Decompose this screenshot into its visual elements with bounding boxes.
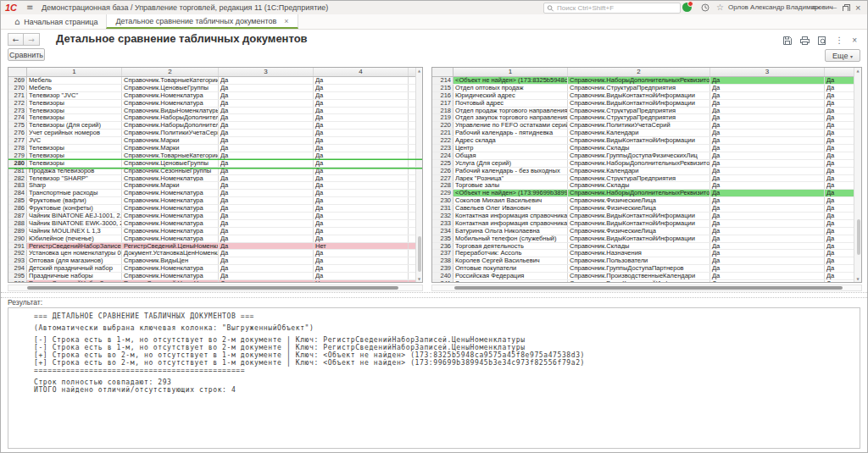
- table-cell[interactable]: Справочник.ВидыКонтактнойИнформации: [568, 220, 710, 227]
- table-cell[interactable]: Да: [825, 257, 854, 264]
- row-number-cell[interactable]: 274: [8, 114, 27, 121]
- print-icon[interactable]: [800, 36, 810, 45]
- scrollbar-thumb[interactable]: [418, 236, 421, 272]
- table-cell[interactable]: Адрес склада: [453, 137, 568, 144]
- table-cell[interactable]: Да: [825, 152, 854, 159]
- table-cell[interactable]: Да: [825, 250, 854, 257]
- table-row[interactable]: 227Ларек "Розница"Справочник.СтруктураПр…: [432, 175, 861, 183]
- table-cell[interactable]: Да: [219, 273, 314, 279]
- table-cell[interactable]: Справочник.Номенклатура: [122, 220, 219, 227]
- table-cell[interactable]: Справочник.Номенклатура: [122, 265, 219, 272]
- table-cell[interactable]: Фруктовые (вафли): [27, 197, 122, 204]
- row-number-cell[interactable]: 292: [8, 250, 27, 257]
- table-cell[interactable]: [825, 68, 854, 76]
- table-cell[interactable]: Справочник.ТоварныеКатегории: [122, 152, 219, 159]
- table-cell[interactable]: Да: [710, 145, 825, 152]
- table-cell[interactable]: Справочник.СтруктураПредприятия: [568, 85, 710, 91]
- table-cell[interactable]: Документ.УстановкаЦенНоменклат: [122, 250, 219, 257]
- scroll-up-icon[interactable]: ▲: [416, 69, 422, 73]
- table-cell[interactable]: Переработчик: Ассоль: [453, 250, 568, 257]
- right-table-hscrollbar[interactable]: [431, 285, 862, 291]
- table-row[interactable]: 291РегистрСведенийНаборЗаписей.ЦРегистрС…: [8, 243, 422, 251]
- table-row[interactable]: 280ТелевизорыСправочник.ЦеновыеГруппыДаД…: [8, 160, 422, 168]
- table-cell[interactable]: Да: [219, 152, 314, 159]
- table-cell[interactable]: Да: [710, 152, 825, 159]
- table-row[interactable]: 288Чайник BINATONE EWK-3000, 2лСправочни…: [8, 220, 422, 228]
- table-cell[interactable]: Мебель: [27, 77, 122, 84]
- table-row[interactable]: 220Управление по FEFO остатками серийСпр…: [432, 122, 861, 130]
- table-cell[interactable]: Справочник.ВидыКонтактнойИнформации: [568, 213, 710, 219]
- row-number-cell[interactable]: 279: [8, 152, 27, 159]
- table-row[interactable]: 283SharpСправочник.МаркиДаДа: [8, 182, 422, 190]
- table-cell[interactable]: Ларек "Розница": [453, 175, 568, 182]
- table-row[interactable]: 221Рабочий календарь - пятидневкаСправоч…: [432, 130, 861, 137]
- table-cell[interactable]: <Объект не найден> (173:8325b5948ca95: [453, 77, 568, 84]
- history-icon[interactable]: [701, 3, 709, 12]
- table-cell[interactable]: Справочник.Марки: [122, 137, 219, 144]
- table-cell[interactable]: Да: [219, 100, 314, 107]
- table-cell[interactable]: Да: [825, 235, 854, 242]
- row-number-cell[interactable]: 286: [8, 205, 27, 212]
- table-cell[interactable]: Справочник.ВидыКонтактнойИнформации: [568, 137, 710, 144]
- table-cell[interactable]: Да: [825, 265, 854, 272]
- table-row[interactable]: 228Торговые залыСправочник.СкладыДаДа: [432, 182, 861, 190]
- row-number-cell[interactable]: 273: [8, 108, 27, 114]
- table-cell[interactable]: Учет серийных номеров: [27, 130, 122, 136]
- row-number-cell[interactable]: 221: [432, 130, 453, 136]
- row-number-cell[interactable]: 235: [432, 235, 453, 242]
- table-cell[interactable]: Справочник.Номенклатура: [122, 235, 219, 242]
- table-cell[interactable]: Справочник.ВидыКонтактнойИнформации: [568, 92, 710, 99]
- table-cell[interactable]: Справочник.Назначения: [568, 250, 710, 257]
- table-cell[interactable]: Да: [710, 130, 825, 136]
- row-number-cell[interactable]: 278: [8, 145, 27, 152]
- table-cell[interactable]: Да: [825, 213, 854, 219]
- table-row[interactable]: 274ТелевизорыСправочник.НаборыДополнител…: [8, 114, 422, 122]
- print-preview-icon[interactable]: [818, 36, 826, 45]
- table-cell[interactable]: Да: [710, 182, 825, 189]
- table-cell[interactable]: Да: [710, 168, 825, 174]
- table-cell[interactable]: Справочник.Номенклатура: [122, 92, 219, 99]
- table-cell[interactable]: [409, 160, 416, 167]
- table-cell[interactable]: Да: [219, 280, 314, 283]
- row-number-cell[interactable]: 232: [432, 213, 453, 219]
- table-cell[interactable]: Установка цен номенклатуры 00-00: [27, 250, 122, 257]
- scrollbar-thumb[interactable]: [857, 219, 860, 255]
- table-cell[interactable]: Да: [710, 137, 825, 144]
- table-cell[interactable]: РегистрСведений.ЦеныНоменклату: [122, 243, 219, 250]
- table-cell[interactable]: Да: [825, 243, 854, 250]
- table-row[interactable]: 237Переработчик: АссольСправочник.Назнач…: [432, 250, 861, 257]
- table-cell[interactable]: Праздничные наборы: [27, 273, 122, 279]
- table-row[interactable]: 289Чайник MOULINEX L 1,3Справочник.Номен…: [8, 228, 422, 235]
- restore-button[interactable]: [843, 4, 850, 11]
- row-number-cell[interactable]: 217: [432, 100, 453, 107]
- table-cell[interactable]: Справочник.Номенклатура: [122, 197, 219, 204]
- compare-button[interactable]: Сравнить: [8, 48, 45, 61]
- table-cell[interactable]: Да: [825, 197, 854, 204]
- table-cell[interactable]: Да: [314, 122, 409, 129]
- row-number-cell[interactable]: 295: [8, 273, 27, 279]
- table-cell[interactable]: Да: [825, 182, 854, 189]
- table-cell[interactable]: Справочник.Пользователи: [568, 257, 710, 264]
- row-number-cell[interactable]: 285: [8, 197, 27, 204]
- pane-splitter[interactable]: [1, 292, 867, 298]
- table-cell[interactable]: Да: [710, 243, 825, 250]
- row-number-cell[interactable]: 272: [8, 100, 27, 107]
- table-cell[interactable]: Да: [219, 213, 314, 219]
- table-row[interactable]: 229<Объект не найден> (173:99699b389945b…: [432, 190, 861, 197]
- table-cell[interactable]: 1: [453, 68, 568, 76]
- table-cell[interactable]: Телевизоры: [27, 100, 122, 107]
- table-row[interactable]: 234Батурина Ольга НиколаевнаСправочник.Ф…: [432, 228, 861, 235]
- table-cell[interactable]: Да: [219, 197, 314, 204]
- row-number-cell[interactable]: 277: [8, 137, 27, 144]
- table-cell[interactable]: Да: [314, 175, 409, 182]
- table-cell[interactable]: 2: [568, 68, 710, 76]
- row-number-cell[interactable]: 215: [432, 85, 453, 91]
- table-cell[interactable]: РегистрСведенийНаборЗаписей.Ц: [27, 280, 122, 283]
- table-cell[interactable]: Справочник.ВидыКонтактнойИнформации: [568, 235, 710, 242]
- table-cell[interactable]: Да: [710, 122, 825, 129]
- table-cell[interactable]: Да: [219, 85, 314, 91]
- table-cell[interactable]: Да: [825, 280, 854, 283]
- table-cell[interactable]: Телевизоры: [27, 160, 122, 167]
- table-cell[interactable]: Рабочий календарь - без выходных: [453, 168, 568, 174]
- table-cell[interactable]: Справочник.Номенклатура: [122, 213, 219, 219]
